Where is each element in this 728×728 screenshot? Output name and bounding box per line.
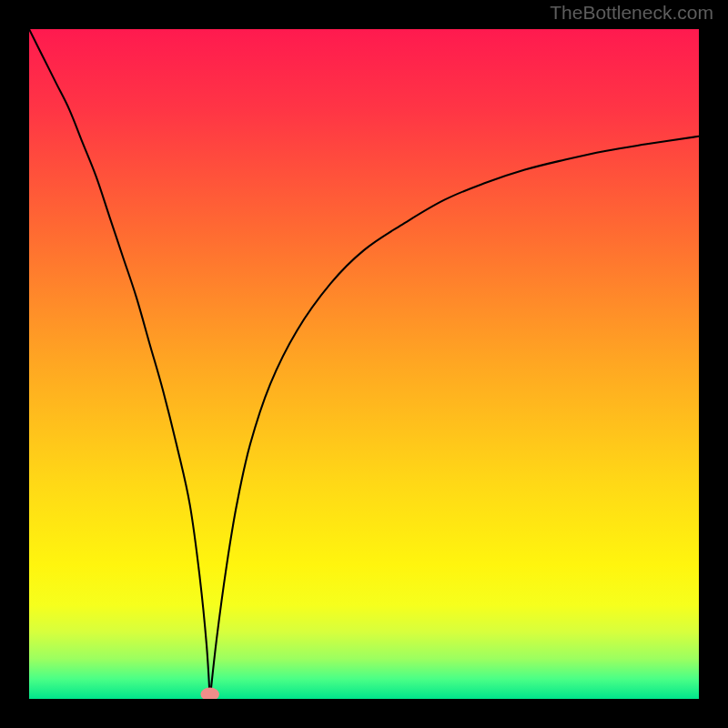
- minimum-marker: [200, 687, 219, 699]
- plot-area: [29, 29, 699, 699]
- watermark-text: TheBottleneck.com: [550, 2, 713, 24]
- chart-frame: TheBottleneck.com: [0, 0, 728, 728]
- curve-left-branch: [29, 29, 210, 699]
- curve-right-branch: [210, 136, 699, 699]
- curve-layer: [29, 29, 699, 699]
